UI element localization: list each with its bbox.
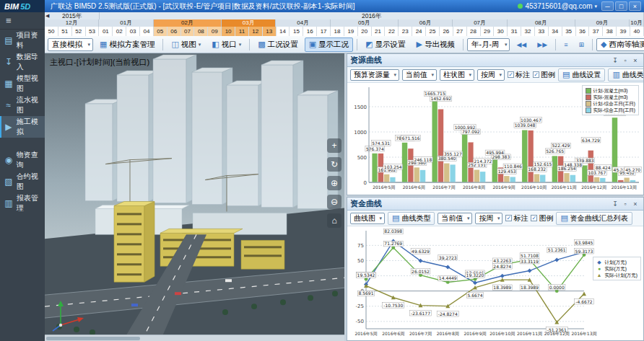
timeline-week-cell[interactable]: 35 [562, 27, 576, 36]
close-icon[interactable]: × [630, 199, 640, 208]
timeline-week-cell[interactable]: 20 [358, 27, 372, 36]
timeline-week-cell[interactable]: 13 [263, 27, 277, 36]
annotation-checkbox[interactable]: ✓标注 [505, 213, 528, 223]
timeline-week-cell[interactable]: 02 [113, 27, 126, 36]
curve-type-button[interactable]: ▥曲线类型 [608, 68, 643, 81]
timeline-week-cell[interactable]: 29 [481, 27, 495, 36]
maximize-button[interactable]: □ [615, 1, 627, 11]
viewport-3d[interactable]: 主视口-[计划时间](当前视口) +↻⊕⊖⌂ [45, 53, 344, 341]
curve-type-button[interactable]: ▤曲线类型 [388, 212, 435, 225]
viewport-3d-scene[interactable] [45, 53, 344, 341]
timeline-week-cell[interactable]: 21 [372, 27, 386, 36]
timeline-week-cell[interactable]: 30 [494, 27, 508, 36]
close-icon[interactable]: × [630, 56, 640, 65]
pan-icon[interactable]: + [327, 138, 341, 153]
timeline-month-cell[interactable]: 12月 [45, 19, 99, 27]
timeline-month-cell[interactable]: 01月 [99, 19, 153, 27]
timeline-week-cell[interactable]: 03 [126, 27, 140, 36]
timeline-month-cell[interactable]: 06月 [399, 19, 453, 27]
camera-view-select[interactable]: ◆西南等轴测▾ [596, 38, 644, 51]
sidebar-item-construction-simulation[interactable]: ▶施工模拟 [0, 116, 45, 138]
timeline-year-cell[interactable]: 2015年 [45, 12, 100, 19]
timeline-week-cell[interactable]: 32 [521, 27, 535, 36]
resource-type-select[interactable]: 预算资源量▾ [350, 69, 399, 81]
timeline-month-cell[interactable]: 05月 [331, 19, 399, 27]
timeline-week-cell[interactable]: 06 [167, 27, 181, 36]
scrollbar-thumb[interactable] [46, 337, 140, 340]
work-condition-settings-button[interactable]: ▩工况设置 [253, 37, 302, 52]
sidebar-item-report-manage[interactable]: ▥报表管理 [0, 192, 45, 214]
step-back-button[interactable]: ◀◀ [512, 37, 531, 52]
value-mode-select[interactable]: 当前值▾ [402, 69, 437, 81]
export-video-button[interactable]: ▶导出视频 [412, 37, 458, 52]
timeline-week-cell[interactable]: 50 [45, 27, 58, 36]
timeline-month-cell[interactable]: 07月 [453, 19, 507, 27]
timeline-week-cell[interactable]: 23 [399, 27, 412, 36]
layers-button[interactable]: ≡ [560, 37, 572, 52]
timeline-week-cell[interactable]: 16 [303, 27, 317, 36]
timeline-back-button[interactable]: ◀ [45, 12, 49, 19]
float-icon[interactable]: ▫ [620, 56, 630, 65]
zoom-out-icon[interactable]: ⊖ [327, 195, 341, 209]
close-button[interactable]: × [629, 1, 641, 11]
sidebar-item-flow-view[interactable]: ≈流水视图 [0, 94, 45, 116]
timeline-month-cell[interactable]: 03月 [222, 19, 276, 27]
timeline-week-cell[interactable]: 09 [208, 27, 222, 36]
timeline-week-cell[interactable]: 10 [222, 27, 235, 36]
pin-icon[interactable]: ↧ [610, 199, 620, 208]
step-forward-button[interactable]: ▶▶ [533, 37, 552, 52]
viewport-h-scrollbar[interactable] [45, 335, 344, 341]
timeline-week-cell[interactable]: 11 [235, 27, 249, 36]
timeline-week-cell[interactable]: 05 [154, 27, 167, 36]
sidebar-item-data-import[interactable]: ↧数据导入 [0, 51, 45, 73]
zoom-in-icon[interactable]: ⊕ [327, 176, 341, 190]
timeline-week-cell[interactable]: 19 [344, 27, 358, 36]
annotation-checkbox[interactable]: ✓标注 [508, 70, 530, 80]
timeline-week-cell[interactable]: 27 [453, 27, 467, 36]
minimize-button[interactable]: ─ [601, 1, 614, 11]
sidebar-item-contract-view[interactable]: ▧合约视图 [0, 171, 45, 192]
timeline-week-cell[interactable]: 08 [194, 27, 208, 36]
viewport-button[interactable]: ◧视口▾ [207, 37, 245, 52]
simulation-plan-manage-button[interactable]: ▦模拟方案管理 [95, 37, 159, 52]
view-button[interactable]: ◫视图▾ [167, 37, 205, 52]
float-icon[interactable]: ▫ [620, 199, 630, 208]
timeline-week-cell[interactable]: 31 [508, 27, 521, 36]
timeline-week-cell[interactable]: 25 [426, 27, 440, 36]
capital-summary-list-button[interactable]: ▤资金曲线汇总列表 [556, 212, 632, 225]
timeline-week-cell[interactable]: 07 [181, 27, 195, 36]
rotate-icon[interactable]: ↻ [327, 157, 341, 172]
curve-settings-button[interactable]: ▤曲线设置 [558, 68, 605, 81]
sidebar-item-model-view[interactable]: ▦模型视图 [0, 73, 45, 94]
menu-icon[interactable]: ≡ [0, 12, 45, 30]
timeline-week-cell[interactable]: 04 [140, 27, 154, 36]
timeline-week-cell[interactable]: 38 [603, 27, 617, 36]
timeline-year-cell[interactable]: 2016年 [100, 12, 644, 19]
timeline-week-cell[interactable]: 40 [630, 27, 644, 36]
timeline-week-cell[interactable]: 17 [317, 27, 331, 36]
timeline-week-cell[interactable]: 14 [277, 27, 290, 36]
show-work-condition-button[interactable]: ▣显示工况 [305, 37, 353, 52]
timeline-month-cell[interactable]: 10月 [630, 19, 644, 27]
timeline-week-cell[interactable]: 24 [412, 27, 426, 36]
simulation-mode-select[interactable]: 直接模拟▾ [48, 38, 93, 51]
account-menu[interactable]: 453715601@qq.com ▾ [518, 2, 597, 10]
timeline-week-cell[interactable]: 39 [617, 27, 630, 36]
timeline-week-cell[interactable]: 12 [249, 27, 263, 36]
timeline-week-cell[interactable]: 53 [86, 27, 100, 36]
legend-checkbox[interactable]: ✓图例 [533, 70, 555, 80]
timeline-week-cell[interactable]: 01 [99, 27, 113, 36]
timeline-week-cell[interactable]: 15 [290, 27, 303, 36]
timeline-week-cell[interactable]: 51 [58, 27, 72, 36]
timeline-month-cell[interactable]: 09月 [575, 19, 630, 27]
timeline-week-cell[interactable]: 33 [535, 27, 549, 36]
display-settings-button[interactable]: ◩显示设置 [361, 37, 409, 52]
grid-button[interactable]: ⊞ [574, 37, 588, 52]
legend-checkbox[interactable]: ✓图例 [531, 213, 553, 223]
timeline-week-cell[interactable]: 26 [440, 27, 453, 36]
timeline-month-cell[interactable]: 02月 [154, 19, 222, 27]
timeline-month-cell[interactable]: 04月 [276, 19, 330, 27]
timeline-week-cell[interactable]: 52 [72, 27, 86, 36]
pin-icon[interactable]: ↧ [610, 56, 620, 65]
value-mode-select[interactable]: 当前值▾ [438, 213, 472, 224]
